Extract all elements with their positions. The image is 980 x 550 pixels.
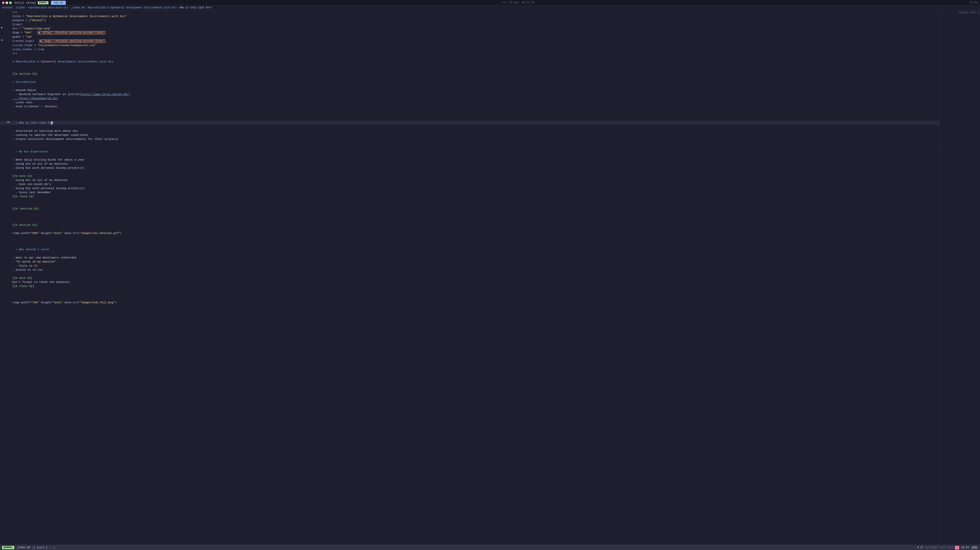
table-row: 29 ○ Who is this talk for?	[0, 121, 939, 125]
mode-badge: NORMAL	[38, 1, 48, 4]
gutter-spell-icon: ■	[0, 27, 3, 29]
table-row: - Avid cricketer ✓ #BazBall	[0, 105, 939, 109]
table-row: slide_number = true	[0, 48, 939, 51]
table-row: custom_theme = "stylesheets/reveal/catpp…	[0, 43, 939, 48]
table-row	[0, 227, 939, 231]
table-row: - Using Nix on all of my machines	[0, 178, 939, 182]
table-row	[0, 292, 939, 296]
status-changed: ✎ 10	[49, 546, 56, 549]
status-left: NORMAL _index.md ⎇ dzaft-3 ✎ 10	[2, 546, 56, 549]
table-row: {{% section %}}	[0, 72, 939, 76]
table-row: ○ My Nix Experience	[0, 150, 939, 154]
status-mode: NORMAL	[2, 546, 14, 549]
table-row: Don't forget to thank the audience.	[0, 280, 939, 284]
table-row	[0, 68, 939, 72]
table-row: {{% section %}}	[0, 223, 939, 227]
status-pos: 0 27	[917, 546, 923, 549]
table-row	[0, 55, 939, 60]
table-row	[0, 64, 939, 68]
table-row: outputs = ["Reveal"]	[0, 18, 939, 22]
table-row	[0, 243, 939, 247]
status-branch: ⎇ dzaft-3	[32, 546, 48, 549]
table-row	[0, 170, 939, 174]
table-row: - Since last November	[0, 190, 939, 195]
table-row: - Using Nix with personal Golang project…	[0, 166, 939, 170]
table-row: - Want to get new developers onboarded	[0, 256, 939, 260]
table-row: ○ Why should I care?	[0, 247, 939, 252]
table-row: - Create consistent development environm…	[0, 137, 939, 141]
table-row	[0, 154, 939, 158]
table-row: <img width="70%" height="auto" data-src=…	[0, 301, 939, 304]
status-file: _index.md	[16, 546, 30, 549]
breadcrumb: content › slides › reproducible-envs-wit…	[0, 6, 980, 10]
table-row: title = "Reproducible & Ephemeral Develo…	[0, 14, 939, 18]
table-row	[0, 296, 939, 301]
table-row: - Even non NixOS OS's	[0, 182, 939, 186]
status-right: 0 27 marksman ltex ltex ✕ 29:24 32%	[917, 546, 978, 550]
table-row: {{% /note %}}	[0, 195, 939, 198]
table-row: - Fails on CI	[0, 264, 939, 268]
status-bar: NORMAL _index.md ⎇ dzaft-3 ✎ 10 0 27 mar…	[0, 545, 980, 550]
table-row	[0, 239, 939, 243]
table-row: {{% /note %}}	[0, 284, 939, 288]
app-title: Zellij {blog}	[14, 1, 36, 4]
table-row	[0, 76, 939, 80]
table-row: - Scared to re-run	[0, 268, 939, 272]
table-row: - Haseeb Majid	[0, 88, 939, 92]
table-row	[0, 84, 939, 88]
minimize-icon[interactable]	[6, 2, 8, 4]
right-pane: copilot-chat 1	[939, 10, 980, 545]
table-row: 1 diag = "90s" ■ 'dflag': Possible spell…	[0, 30, 939, 35]
table-row	[0, 215, 939, 219]
table-row	[0, 141, 939, 146]
table-row	[0, 117, 939, 121]
status-percent: 32%	[971, 546, 978, 549]
table-row: {{% note %}}	[0, 174, 939, 178]
table-row: +++	[0, 51, 939, 55]
table-row: {{% /section %}}	[0, 207, 939, 211]
table-row	[0, 109, 939, 113]
status-col: 29:24	[961, 546, 969, 549]
table-row	[0, 125, 939, 129]
status-error-badge: ✕	[955, 546, 959, 550]
top-bar: Zellij {blog} NORMAL Tab #2 Fri, 05 Apr,…	[0, 0, 980, 6]
table-row	[0, 235, 939, 239]
table-row	[0, 211, 939, 215]
datetime: Fri, 05 Apr, 09:45 PM	[502, 1, 534, 4]
table-row: +++	[0, 10, 939, 14]
top-bar-right: 51:52	[970, 1, 978, 4]
table-row	[0, 288, 939, 292]
main-area: +++ title = "Reproducible & Ephemeral De…	[0, 10, 980, 545]
editor-pane[interactable]: +++ title = "Reproducible & Ephemeral De…	[0, 10, 939, 545]
table-row: - "It works on my machine"	[0, 260, 939, 264]
table-row: ■ src = "images/logo.png"	[0, 27, 939, 30]
table-row	[0, 113, 939, 117]
status-filetype: marksman ltex ltex	[926, 546, 953, 549]
table-row: ○ Introduction	[0, 80, 939, 84]
table-row: - Looking to improve the developer exper…	[0, 133, 939, 137]
table-row: {{% note %}}	[0, 276, 939, 280]
table-row: - Using Nix with personal Golang project…	[0, 186, 939, 190]
table-row	[0, 252, 939, 256]
table-row	[0, 198, 939, 203]
table-row: <img width="90%" height="auto" data-src=…	[0, 231, 939, 235]
maximize-icon[interactable]	[9, 2, 12, 4]
top-bar-left: Zellij {blog} NORMAL Tab #2	[2, 1, 66, 5]
table-row: - Using Nix on all of my machines	[0, 162, 939, 166]
table-row	[0, 203, 939, 207]
table-row: - Interested in learning more about Nix	[0, 129, 939, 133]
active-tab[interactable]: Tab #2	[51, 1, 66, 5]
table-row	[0, 219, 939, 223]
gutter-spell-icon: ■	[0, 39, 3, 41]
table-row: - Been daily driving NixOS for about a y…	[0, 158, 939, 162]
table-row	[0, 146, 939, 150]
window-controls	[2, 2, 12, 4]
table-row: - https://haseebmajid.dev	[0, 96, 939, 100]
table-row: - Backend Software Engineer at [Curve](h…	[0, 92, 939, 96]
table-row: ■ 1 [reveal_hugo] ■ 'hugo': Possible spe…	[0, 39, 939, 43]
table-row: - Loves cats	[0, 100, 939, 105]
table-row: width = "3%"	[0, 35, 939, 39]
copilot-chat-label: copilot-chat 1	[958, 11, 979, 14]
top-bar-center: Fri, 05 Apr, 09:45 PM	[502, 1, 534, 4]
close-icon[interactable]	[2, 2, 5, 4]
